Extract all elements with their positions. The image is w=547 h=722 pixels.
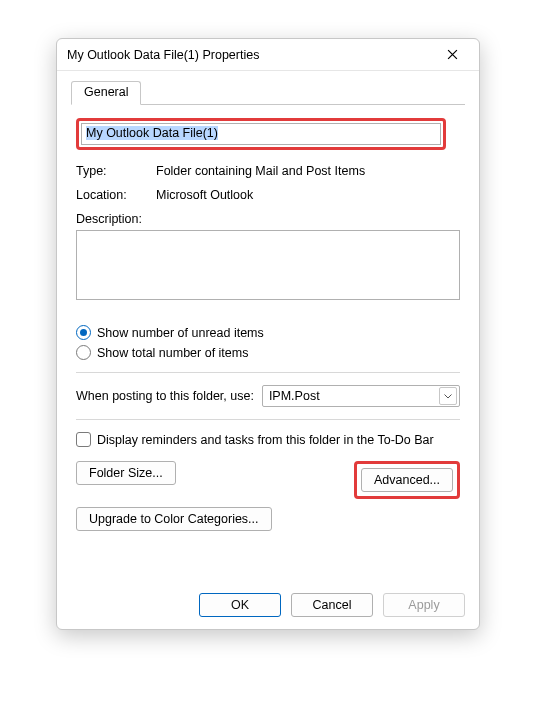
advanced-button-highlight: Advanced... [354, 461, 460, 499]
radio-total[interactable] [76, 345, 91, 360]
separator [76, 372, 460, 373]
reminders-label: Display reminders and tasks from this fo… [97, 433, 434, 447]
radio-total-row[interactable]: Show total number of items [76, 345, 460, 360]
dialog-footer: OK Cancel Apply [57, 583, 479, 629]
close-icon [447, 49, 458, 60]
tabstrip: General [71, 81, 465, 105]
type-label: Type: [76, 164, 156, 178]
folder-size-button[interactable]: Folder Size... [76, 461, 176, 485]
radio-unread[interactable] [76, 325, 91, 340]
description-textarea[interactable] [76, 230, 460, 300]
folder-name-input[interactable]: My Outlook Data File(1) [81, 123, 441, 145]
radio-total-label: Show total number of items [97, 346, 248, 360]
tab-general[interactable]: General [71, 81, 141, 105]
client-area: General My Outlook Data File(1) Type: Fo… [57, 71, 479, 583]
posting-label: When posting to this folder, use: [76, 389, 254, 403]
radio-unread-label: Show number of unread items [97, 326, 264, 340]
reminders-checkbox[interactable] [76, 432, 91, 447]
upgrade-categories-button[interactable]: Upgrade to Color Categories... [76, 507, 272, 531]
reminders-row[interactable]: Display reminders and tasks from this fo… [76, 432, 460, 447]
ok-button[interactable]: OK [199, 593, 281, 617]
window-title: My Outlook Data File(1) Properties [67, 48, 433, 62]
radio-unread-row[interactable]: Show number of unread items [76, 325, 460, 340]
separator-2 [76, 419, 460, 420]
description-label: Description: [76, 212, 460, 226]
type-value: Folder containing Mail and Post Items [156, 164, 460, 178]
posting-form-combo[interactable]: IPM.Post [262, 385, 460, 407]
titlebar: My Outlook Data File(1) Properties [57, 39, 479, 71]
location-label: Location: [76, 188, 156, 202]
tab-page-general: My Outlook Data File(1) Type: Folder con… [71, 105, 465, 571]
properties-dialog: My Outlook Data File(1) Properties Gener… [56, 38, 480, 630]
name-field-highlight: My Outlook Data File(1) [76, 118, 446, 150]
location-value: Microsoft Outlook [156, 188, 460, 202]
advanced-button[interactable]: Advanced... [361, 468, 453, 492]
posting-value: IPM.Post [269, 389, 439, 403]
apply-button[interactable]: Apply [383, 593, 465, 617]
close-button[interactable] [433, 43, 471, 67]
cancel-button[interactable]: Cancel [291, 593, 373, 617]
chevron-down-icon [439, 387, 457, 405]
